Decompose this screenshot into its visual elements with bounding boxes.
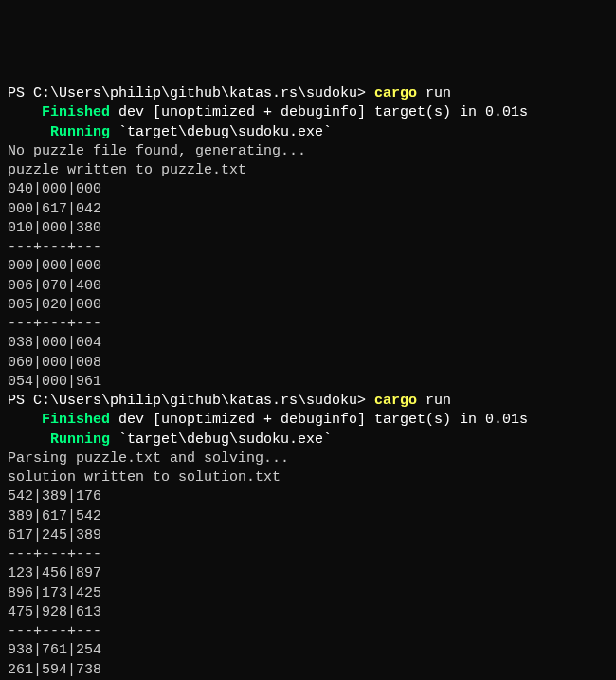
output-line: solution written to solution.txt bbox=[8, 469, 608, 487]
output-line: 006|070|400 bbox=[8, 277, 608, 296]
output-line: 389|617|542 bbox=[8, 507, 608, 526]
output-line: puzzle written to puzzle.txt bbox=[8, 161, 608, 180]
output-line: 000|617|042 bbox=[8, 200, 608, 219]
output-line: 000|000|000 bbox=[8, 257, 608, 276]
prompt-line[interactable]: PS C:\Users\philip\github\katas.rs\sudok… bbox=[8, 84, 608, 103]
command-arg: run bbox=[417, 393, 451, 409]
command-binary: cargo bbox=[374, 85, 417, 101]
output-line: 040|000|000 bbox=[8, 180, 608, 199]
finished-rest: dev [unoptimized + debuginfo] target(s) … bbox=[110, 412, 528, 428]
output-line: 010|000|380 bbox=[8, 219, 608, 238]
output-line: 475|928|613 bbox=[8, 603, 608, 622]
running-line: Running `target\debug\sudoku.exe` bbox=[8, 431, 608, 450]
running-rest: `target\debug\sudoku.exe` bbox=[110, 432, 332, 448]
output-line: 938|761|254 bbox=[8, 641, 608, 660]
finished-line: Finished dev [unoptimized + debuginfo] t… bbox=[8, 103, 608, 122]
indent bbox=[8, 104, 42, 120]
output-line: 060|000|008 bbox=[8, 354, 608, 373]
finished-keyword: Finished bbox=[42, 104, 110, 120]
output-line: No puzzle file found, generating... bbox=[8, 142, 608, 161]
finished-line: Finished dev [unoptimized + debuginfo] t… bbox=[8, 411, 608, 430]
running-line: Running `target\debug\sudoku.exe` bbox=[8, 123, 608, 142]
output-line: ---+---+--- bbox=[8, 315, 608, 334]
prompt-ps: PS bbox=[8, 393, 33, 409]
prompt-line[interactable]: PS C:\Users\philip\github\katas.rs\sudok… bbox=[8, 392, 608, 411]
prompt-path: C:\Users\philip\github\katas.rs\sudoku> bbox=[33, 393, 374, 409]
output-line: 005|020|000 bbox=[8, 296, 608, 315]
output-line: 123|456|897 bbox=[8, 564, 608, 583]
output-line: 896|173|425 bbox=[8, 584, 608, 603]
running-keyword: Running bbox=[50, 432, 110, 448]
output-line: 542|389|176 bbox=[8, 487, 608, 506]
finished-keyword: Finished bbox=[42, 412, 110, 428]
finished-rest: dev [unoptimized + debuginfo] target(s) … bbox=[110, 104, 528, 120]
output-line: 038|000|004 bbox=[8, 334, 608, 353]
output-line: ---+---+--- bbox=[8, 622, 608, 641]
prompt-ps: PS bbox=[8, 85, 33, 101]
output-line: 617|245|389 bbox=[8, 526, 608, 545]
indent bbox=[8, 432, 50, 448]
output-line: 054|000|961 bbox=[8, 373, 608, 392]
command-arg: run bbox=[417, 85, 451, 101]
prompt-path: C:\Users\philip\github\katas.rs\sudoku> bbox=[33, 85, 374, 101]
output-line: Parsing puzzle.txt and solving... bbox=[8, 450, 608, 469]
running-keyword: Running bbox=[50, 124, 110, 140]
output-line: 261|594|738 bbox=[8, 661, 608, 680]
running-rest: `target\debug\sudoku.exe` bbox=[110, 124, 332, 140]
output-line: ---+---+--- bbox=[8, 545, 608, 564]
terminal-content[interactable]: PS C:\Users\philip\github\katas.rs\sudok… bbox=[8, 84, 608, 680]
indent bbox=[8, 124, 50, 140]
command-binary: cargo bbox=[374, 393, 417, 409]
indent bbox=[8, 412, 42, 428]
output-line: ---+---+--- bbox=[8, 238, 608, 257]
